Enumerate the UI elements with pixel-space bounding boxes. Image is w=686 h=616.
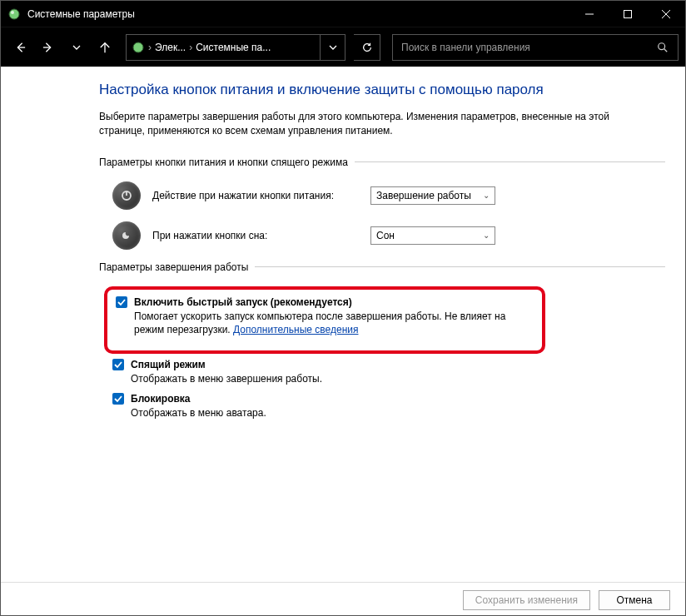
forward-button[interactable] <box>36 35 61 60</box>
chevron-right-icon: › <box>148 42 152 53</box>
minimize-button[interactable] <box>570 1 609 27</box>
svg-point-3 <box>133 42 143 52</box>
cancel-button[interactable]: Отмена <box>599 590 670 610</box>
search-box[interactable] <box>392 34 679 61</box>
fast-startup-label: Включить быстрый запуск (рекомендуется) <box>134 296 352 308</box>
breadcrumb-dropdown[interactable] <box>320 35 345 60</box>
svg-point-0 <box>9 9 19 19</box>
up-button[interactable] <box>92 35 117 60</box>
search-icon[interactable] <box>654 42 671 53</box>
power-button-action-select[interactable]: Завершение работы ⌄ <box>370 186 495 205</box>
lock-menu-label: Блокировка <box>131 393 191 405</box>
lock-menu-checkbox[interactable] <box>112 393 124 405</box>
sleep-button-action-label: При нажатии кнопки сна: <box>152 230 370 241</box>
recent-dropdown[interactable] <box>64 35 89 60</box>
app-icon <box>7 7 21 21</box>
search-input[interactable] <box>400 41 654 54</box>
fast-startup-checkbox[interactable] <box>116 296 127 308</box>
maximize-button[interactable] <box>609 1 647 27</box>
section-header: Параметры кнопки питания и кнопки спящег… <box>99 156 348 168</box>
page-description: Выберите параметры завершения работы для… <box>99 110 632 138</box>
chevron-right-icon: › <box>189 42 192 53</box>
sleep-menu-checkbox[interactable] <box>112 359 124 370</box>
svg-point-1 <box>11 11 14 14</box>
more-info-link[interactable]: Дополнительные сведения <box>233 324 358 335</box>
section-header: Параметры завершения работы <box>99 261 248 273</box>
breadcrumb-item[interactable]: Системные па... <box>196 42 271 53</box>
close-button[interactable] <box>647 1 685 27</box>
window-title: Системные параметры <box>27 8 570 20</box>
svg-point-4 <box>659 42 665 49</box>
svg-rect-2 <box>624 10 632 17</box>
breadcrumb-icon <box>132 41 145 54</box>
sleep-button-action-select[interactable]: Сон ⌄ <box>370 226 495 245</box>
breadcrumb[interactable]: › Элек... › Системные па... <box>126 34 345 61</box>
annotation-highlight: Включить быстрый запуск (рекомендуется) … <box>104 286 545 355</box>
chevron-down-icon: ⌄ <box>483 231 490 240</box>
lock-menu-description: Отображать в меню аватара. <box>112 406 629 420</box>
refresh-button[interactable] <box>354 34 380 61</box>
divider <box>355 161 665 162</box>
sleep-menu-description: Отображать в меню завершения работы. <box>112 372 629 386</box>
chevron-down-icon: ⌄ <box>483 191 490 200</box>
sleep-icon <box>112 221 141 250</box>
sleep-menu-label: Спящий режим <box>131 359 206 370</box>
page-title: Настройка кнопок питания и включение защ… <box>99 82 665 98</box>
power-button-action-label: Действие при нажатии кнопки питания: <box>152 190 370 201</box>
back-button[interactable] <box>7 35 32 60</box>
fast-startup-description: Помогает ускорить запуск компьютера посл… <box>116 310 534 338</box>
power-icon <box>112 181 141 210</box>
save-button[interactable]: Сохранить изменения <box>463 590 590 610</box>
breadcrumb-item[interactable]: Элек... <box>155 42 186 53</box>
divider <box>255 266 665 267</box>
